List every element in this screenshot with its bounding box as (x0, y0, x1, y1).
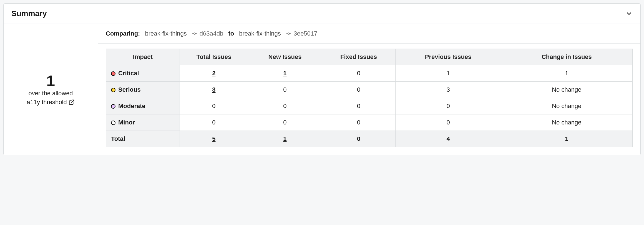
new-cell: 0 (248, 82, 322, 98)
table-header-row: Impact Total Issues New Issues Fixed Iss… (106, 49, 633, 65)
total-cell: 0 (180, 98, 248, 114)
total-fixed-cell: 0 (322, 131, 396, 147)
severity-dot-icon (111, 121, 115, 125)
from-commit-hash: d63a4db (200, 30, 223, 37)
impact-cell: Critical (106, 65, 180, 82)
new-cell: 0 (248, 98, 322, 114)
previous-cell: 1 (396, 65, 501, 82)
a11y-threshold-link-text: a11y threshold (27, 99, 67, 106)
summary-panel: Summary 1 over the allowed a11y threshol… (3, 3, 641, 155)
impact-label: Serious (118, 86, 141, 93)
total-cell: 0 (180, 114, 248, 131)
to-commit: 3ee5017 (286, 30, 318, 37)
over-threshold-count: 1 (46, 73, 55, 89)
a11y-threshold-link[interactable]: a11y threshold (27, 99, 74, 106)
severity-dot-icon (111, 88, 115, 92)
total-sum-link[interactable]: 5 (212, 135, 215, 142)
svg-line-0 (71, 100, 74, 103)
issues-table-wrap: Impact Total Issues New Issues Fixed Iss… (98, 44, 640, 155)
from-commit: d63a4db (192, 30, 223, 37)
severity-dot-icon (111, 71, 115, 76)
impact-label: Minor (118, 119, 135, 126)
to-word: to (228, 30, 234, 37)
svg-point-1 (194, 33, 195, 34)
table-row: Moderate0000No change (106, 98, 633, 114)
table-row: Serious3003No change (106, 82, 633, 98)
total-sum-cell: 5 (180, 131, 248, 147)
table-total-row: Total51041 (106, 131, 633, 147)
new-cell: 1 (248, 65, 322, 82)
col-fixed: Fixed Issues (322, 49, 396, 65)
total-cell: 3 (180, 82, 248, 98)
fixed-cell: 0 (322, 82, 396, 98)
impact-cell: Serious (106, 82, 180, 98)
fixed-cell: 0 (322, 98, 396, 114)
commit-icon (286, 31, 291, 36)
compare-label: Comparing: (106, 30, 140, 37)
previous-cell: 3 (396, 82, 501, 98)
col-total: Total Issues (180, 49, 248, 65)
fixed-cell: 0 (322, 114, 396, 131)
total-link[interactable]: 2 (212, 70, 215, 77)
fixed-cell: 0 (322, 65, 396, 82)
change-cell: No change (501, 114, 632, 131)
table-row: Critical21011 (106, 65, 633, 82)
change-cell: 1 (501, 65, 632, 82)
table-row: Minor0000No change (106, 114, 633, 131)
threshold-side: 1 over the allowed a11y threshold (4, 24, 98, 155)
svg-point-4 (288, 33, 290, 34)
total-link[interactable]: 3 (212, 86, 215, 93)
impact-label: Critical (118, 70, 139, 77)
new-link[interactable]: 1 (283, 70, 286, 77)
to-commit-hash: 3ee5017 (294, 30, 318, 37)
col-impact: Impact (106, 49, 180, 65)
col-change: Change in Issues (501, 49, 632, 65)
commit-icon (192, 31, 197, 36)
impact-label: Moderate (118, 102, 145, 109)
change-cell: No change (501, 82, 632, 98)
new-cell: 0 (248, 114, 322, 131)
col-previous: Previous Issues (396, 49, 501, 65)
main-content: Comparing: break-fix-things d63a4db to b… (98, 24, 640, 155)
previous-cell: 0 (396, 98, 501, 114)
panel-title: Summary (11, 9, 47, 18)
previous-cell: 0 (396, 114, 501, 131)
compare-row: Comparing: break-fix-things d63a4db to b… (98, 24, 640, 44)
total-new-link[interactable]: 1 (283, 135, 286, 142)
summary-header[interactable]: Summary (4, 4, 640, 24)
total-change-cell: 1 (501, 131, 632, 147)
issues-table: Impact Total Issues New Issues Fixed Iss… (106, 49, 633, 147)
severity-dot-icon (111, 104, 115, 109)
col-new: New Issues (248, 49, 322, 65)
change-cell: No change (501, 98, 632, 114)
total-cell: 2 (180, 65, 248, 82)
to-branch: break-fix-things (239, 30, 281, 37)
from-branch: break-fix-things (145, 30, 187, 37)
impact-cell: Minor (106, 114, 180, 131)
impact-cell: Moderate (106, 98, 180, 114)
external-link-icon (69, 99, 75, 105)
chevron-down-icon (625, 10, 633, 17)
total-label: Total (106, 131, 180, 147)
total-previous-cell: 4 (396, 131, 501, 147)
total-new-cell: 1 (248, 131, 322, 147)
over-threshold-subtext: over the allowed (28, 90, 73, 97)
panel-body: 1 over the allowed a11y threshold Compar… (4, 24, 640, 155)
